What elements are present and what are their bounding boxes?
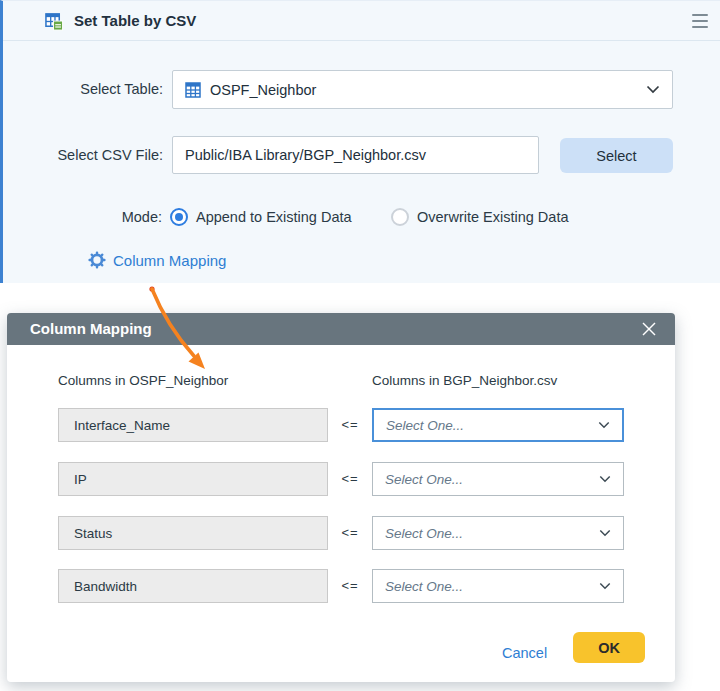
chevron-down-icon [646,85,660,94]
mapping-operator: <= [333,516,367,550]
radio-overwrite-label[interactable]: Overwrite Existing Data [417,208,569,226]
mapping-row: Interface_Name <= Select One... [7,408,675,442]
target-column-field: Bandwidth [58,569,328,603]
mapping-operator: <= [333,408,367,442]
target-column-field: IP [58,462,328,496]
select-csv-file-label: Select CSV File: [3,136,163,174]
table-icon [185,82,201,98]
mode-label: Mode: [3,208,162,226]
mapping-row: Bandwidth <= Select One... [7,569,675,603]
csv-column-select[interactable]: Select One... [372,462,624,496]
select-table-dropdown[interactable]: OSPF_Neighbor [172,70,673,109]
mapping-operator: <= [333,569,367,603]
csv-column-select[interactable]: Select One... [372,516,624,550]
column-mapping-link-label: Column Mapping [113,252,226,269]
mapping-operator: <= [333,462,367,496]
right-column-header: Columns in BGP_Neighbor.csv [372,373,557,388]
radio-append[interactable] [170,208,188,226]
dialog-header: Column Mapping [7,313,675,345]
screen: Set Table by CSV Select Table: OSPF_Neig… [0,0,720,691]
window-title: Set Table by CSV [74,1,196,41]
select-table-label: Select Table: [3,70,163,109]
chevron-down-icon [599,475,611,483]
chevron-down-icon [599,582,611,590]
column-mapping-dialog: Column Mapping Columns in OSPF_Neighbor … [7,313,675,682]
mapping-row: IP <= Select One... [7,462,675,496]
csv-column-select[interactable]: Select One... [372,408,624,442]
csv-column-select[interactable]: Select One... [372,569,624,603]
radio-overwrite[interactable] [391,208,409,226]
column-mapping-link[interactable]: Column Mapping [88,251,226,269]
gear-icon [88,251,106,269]
titlebar: Set Table by CSV [3,1,720,41]
chevron-down-icon [599,529,611,537]
dialog-title: Column Mapping [30,313,152,345]
select-file-button[interactable]: Select [560,138,673,173]
menu-icon[interactable] [692,14,708,28]
table-csv-icon [45,12,64,31]
mapping-row: Status <= Select One... [7,516,675,550]
radio-append-label[interactable]: Append to Existing Data [196,208,352,226]
select-table-value: OSPF_Neighbor [210,82,646,98]
chevron-down-icon [598,421,610,429]
close-icon[interactable] [641,321,657,337]
target-column-field: Interface_Name [58,408,328,442]
left-column-header: Columns in OSPF_Neighbor [58,373,228,388]
set-table-by-csv-panel: Set Table by CSV Select Table: OSPF_Neig… [0,0,720,283]
target-column-field: Status [58,516,328,550]
ok-button[interactable]: OK [573,632,645,663]
csv-file-input[interactable] [172,136,539,174]
cancel-button[interactable]: Cancel [502,638,547,669]
